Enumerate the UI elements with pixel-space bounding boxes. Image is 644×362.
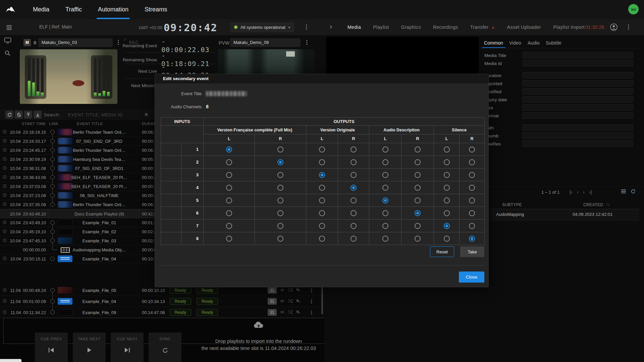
playlist-icon[interactable] bbox=[268, 298, 277, 305]
radio-in1-out4[interactable] bbox=[351, 146, 357, 153]
radio-in6-out2[interactable] bbox=[277, 210, 283, 216]
radio-in2-out8[interactable] bbox=[469, 159, 475, 165]
pgm-media-name[interactable]: Makalu_Demo_03 bbox=[38, 38, 113, 47]
radio-in5-out5[interactable] bbox=[382, 197, 388, 203]
radio-in4-out5[interactable] bbox=[382, 185, 388, 191]
field-input-path[interactable] bbox=[523, 124, 633, 131]
radio-in2-out5[interactable] bbox=[382, 159, 388, 165]
radio-in6-out5[interactable] bbox=[382, 210, 388, 216]
rundown-scrollbar[interactable] bbox=[321, 286, 323, 314]
user-icon[interactable] bbox=[610, 23, 618, 31]
radio-in6-out6[interactable] bbox=[415, 210, 421, 216]
radio-in2-out7[interactable] bbox=[444, 159, 450, 165]
pgm-video-preview[interactable] bbox=[20, 49, 117, 104]
rundown-row[interactable]: 11.04 00:11:34.22Example_File_0900:14:47… bbox=[0, 307, 324, 318]
radio-in1-out5[interactable] bbox=[382, 146, 388, 153]
field-input-lowres[interactable] bbox=[523, 140, 633, 147]
loop-icon[interactable] bbox=[280, 287, 285, 293]
link-circle-icon[interactable] bbox=[50, 202, 55, 207]
radio-in6-out8[interactable] bbox=[469, 210, 475, 216]
media-tab-playlist-import[interactable]: Playlist Import bbox=[553, 24, 585, 30]
radio-in2-out6[interactable] bbox=[415, 159, 421, 165]
rundown-row[interactable]: 11.04 00:01:00.09Example_File_0400:10:34… bbox=[0, 296, 324, 307]
radio-in8-out8[interactable] bbox=[469, 236, 475, 242]
nav-tab-media[interactable]: Media bbox=[33, 0, 49, 19]
transport-take-next-button[interactable]: TAKE NEXT bbox=[73, 333, 106, 362]
search-icon[interactable] bbox=[4, 50, 11, 56]
loop-icon[interactable] bbox=[280, 298, 285, 304]
radio-in1-out6[interactable] bbox=[415, 146, 421, 153]
pvw-menu-icon[interactable]: ⋮ bbox=[304, 40, 310, 45]
link-circle-icon[interactable] bbox=[50, 175, 55, 180]
radio-in3-out1[interactable] bbox=[226, 172, 232, 178]
field-input-imported[interactable] bbox=[523, 80, 633, 86]
take-button[interactable]: Take bbox=[460, 246, 484, 257]
field-input-expiry-date[interactable] bbox=[523, 96, 633, 103]
transport-cue-next-button[interactable]: CUE NEXT bbox=[111, 333, 144, 362]
radio-in8-out3[interactable] bbox=[319, 236, 325, 242]
link-circle-icon[interactable] bbox=[50, 221, 55, 225]
details-tab-audio[interactable]: Audio bbox=[528, 40, 540, 46]
nav-tab-streams[interactable]: Streams bbox=[145, 0, 167, 19]
field-input-thumb[interactable] bbox=[523, 132, 633, 139]
created-column-header[interactable]: CREATED bbox=[583, 202, 603, 207]
list-view-icon[interactable] bbox=[621, 189, 626, 194]
field-input-media-title[interactable] bbox=[523, 52, 633, 58]
link-circle-icon[interactable] bbox=[50, 166, 55, 171]
radio-in8-out1[interactable] bbox=[226, 236, 232, 242]
sort-icon[interactable]: ↑↓ bbox=[606, 202, 610, 206]
playlist-icon[interactable] bbox=[268, 287, 277, 294]
system-status-dropdown[interactable]: All systems operational ▾ bbox=[230, 22, 294, 32]
link-circle-icon[interactable] bbox=[50, 257, 55, 261]
scroll-to-bottom-button[interactable] bbox=[34, 111, 42, 119]
radio-in8-out4[interactable] bbox=[351, 236, 357, 242]
row-menu-icon[interactable]: ⋮ bbox=[309, 299, 314, 304]
radio-in4-out3[interactable] bbox=[319, 185, 325, 191]
radio-in4-out4[interactable] bbox=[351, 185, 357, 191]
radio-in6-out4[interactable] bbox=[351, 210, 357, 216]
radio-in2-out3[interactable] bbox=[319, 159, 325, 165]
radio-in1-out8[interactable] bbox=[469, 146, 475, 153]
media-tab-graphics[interactable]: Graphics bbox=[401, 24, 421, 30]
radio-in5-out4[interactable] bbox=[351, 197, 357, 203]
radio-in5-out7[interactable] bbox=[444, 197, 450, 203]
monitor-icon[interactable] bbox=[4, 37, 11, 44]
radio-in7-out2[interactable] bbox=[277, 223, 283, 229]
mute-icon[interactable] bbox=[296, 298, 301, 304]
radio-in1-out3[interactable] bbox=[319, 146, 325, 153]
radio-in1-out1[interactable] bbox=[226, 146, 232, 153]
radio-in2-out2[interactable] bbox=[277, 159, 283, 165]
shuffle-icon[interactable] bbox=[288, 287, 293, 293]
playlist-icon[interactable] bbox=[268, 309, 277, 316]
refresh-button[interactable] bbox=[5, 111, 13, 119]
radio-in6-out3[interactable] bbox=[319, 210, 325, 216]
link-circle-icon[interactable] bbox=[50, 157, 55, 162]
subtype-column-header[interactable]: SUBTYPE bbox=[502, 202, 522, 207]
radio-in3-out6[interactable] bbox=[415, 172, 421, 178]
details-tab-subtitle[interactable]: Subtitle bbox=[546, 40, 561, 46]
radio-in7-out6[interactable] bbox=[415, 223, 421, 229]
radio-in4-out2[interactable] bbox=[277, 185, 283, 191]
radio-in7-out4[interactable] bbox=[351, 223, 357, 229]
radio-in7-out1[interactable] bbox=[226, 223, 232, 229]
media-tab-transfer[interactable]: Transfer▲ bbox=[470, 24, 495, 30]
scroll-to-top-button[interactable] bbox=[24, 111, 32, 119]
radio-in4-out1[interactable] bbox=[226, 185, 232, 191]
media-menu-icon[interactable]: ⋮ bbox=[626, 24, 631, 30]
details-tab-video[interactable]: Video bbox=[509, 40, 521, 46]
user-avatar[interactable]: su bbox=[628, 4, 639, 14]
radio-in6-out7[interactable] bbox=[444, 210, 450, 216]
radio-in5-out6[interactable] bbox=[415, 197, 421, 203]
media-tab-media[interactable]: Media bbox=[347, 24, 361, 30]
field-input-format[interactable] bbox=[523, 112, 633, 119]
radio-in7-out3[interactable] bbox=[319, 223, 325, 229]
link-circle-icon[interactable] bbox=[50, 148, 55, 153]
radio-in1-out7[interactable] bbox=[444, 146, 450, 153]
radio-in4-out6[interactable] bbox=[415, 185, 421, 191]
radio-in4-out7[interactable] bbox=[444, 185, 450, 191]
nav-tab-traffic[interactable]: Traffic bbox=[65, 0, 82, 19]
transport-cue-prev-button[interactable]: CUE PREV bbox=[35, 333, 68, 362]
radio-in3-out8[interactable] bbox=[469, 172, 475, 178]
radio-in7-out5[interactable] bbox=[382, 223, 388, 229]
radio-in3-out2[interactable] bbox=[277, 172, 283, 178]
